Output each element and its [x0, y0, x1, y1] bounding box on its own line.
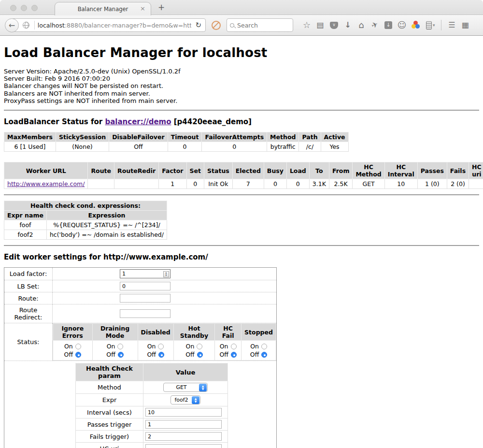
cell-load: 0 [286, 179, 309, 189]
downloads-icon[interactable]: ↓ [341, 20, 355, 30]
chevron-down-icon[interactable]: ▾ [433, 23, 435, 28]
col-path: Path [299, 132, 321, 142]
tab-title: Balancer Manager [78, 6, 128, 13]
route-redirect-label: Route Redirect: [4, 304, 53, 323]
hc-expr-select[interactable]: foof2 ▲▼ [170, 395, 200, 405]
table-row: http://www.example.com/ 1 0 Init Ok 7 0 … [4, 179, 483, 189]
cell-status: Init Ok [204, 179, 233, 189]
balancer-status-table: MaxMembers StickySession DisableFailover… [4, 132, 349, 152]
reader-grid-icon[interactable]: ▦ [459, 20, 472, 30]
tab-balancer-manager[interactable]: Balancer Manager × [55, 2, 151, 15]
col-maxmembers: MaxMembers [4, 132, 56, 142]
reload-icon[interactable]: ↻ [191, 21, 205, 29]
col-hc-fail: HC Fail [215, 324, 242, 341]
site-identity-globe-icon[interactable] [23, 22, 29, 29]
window-zoom-button[interactable] [31, 5, 38, 11]
edit-worker-heading: Edit worker settings for http://www.exam… [4, 253, 479, 261]
stepper-down-icon[interactable]: ▾ [166, 274, 167, 276]
worker-status-table: Worker URL Route RouteRedir Factor Set S… [4, 162, 483, 189]
search-input[interactable] [237, 22, 281, 29]
back-button[interactable]: ← [5, 18, 19, 32]
load-factor-input[interactable]: 1 ▴▾ [120, 269, 170, 278]
col-route: Route [88, 162, 114, 179]
hc-fail-off-radio[interactable] [231, 352, 237, 358]
new-tab-button[interactable]: + [158, 2, 165, 12]
url-text[interactable]: localhost:8880/balancer-manager?b=demo&w… [38, 22, 192, 29]
worker-url-link[interactable]: http://www.example.com/ [7, 180, 85, 188]
cell-timeout: 0 [168, 142, 202, 152]
lb-set-input[interactable] [120, 282, 170, 290]
hc-interval-input[interactable] [145, 408, 222, 417]
hc-uri-input[interactable] [145, 444, 222, 448]
menu-hamburger-icon[interactable]: ☰ [445, 20, 459, 30]
container-battery-icon[interactable] [426, 21, 432, 29]
route-input[interactable] [120, 294, 170, 303]
col-timeout: Timeout [168, 132, 202, 142]
col-to: To [309, 162, 329, 179]
disabled-off-radio[interactable] [158, 352, 164, 358]
hc-fail-on-radio[interactable] [231, 344, 237, 349]
col-disablefailover: DisableFailover [109, 132, 168, 142]
clipboard-icon[interactable]: ▤ [313, 20, 327, 30]
col-load: Load [286, 162, 309, 179]
proxypass-note-line: ProxyPass settings are NOT inherited fro… [4, 97, 479, 104]
ignore-errors-off-radio[interactable] [75, 352, 81, 358]
col-ignore-errors: Ignore Errors [53, 324, 93, 341]
col-hot-standby: Hot Standby [173, 324, 215, 341]
cell-expression: %{REQUEST_STATUS} =~ /^[234]/ [46, 220, 167, 230]
ignore-errors-on-radio[interactable] [75, 344, 81, 349]
hot-standby-radios: On Off [173, 341, 215, 361]
tab-close-icon[interactable]: × [140, 5, 145, 12]
extension-colordots-icon[interactable] [411, 21, 421, 29]
url-bar[interactable]: localhost:8880/balancer-manager?b=demo&w… [12, 18, 206, 32]
server-info: Server Version: Apache/2.5.0-dev (Unix) … [4, 68, 479, 104]
col-elected: Elected [232, 162, 264, 179]
hc-fails-input[interactable] [145, 432, 222, 441]
window-controls[interactable] [10, 5, 38, 11]
select-arrows-icon: ▲▼ [199, 384, 207, 391]
heading-prefix: LoadBalancer Status for [4, 117, 105, 126]
col-expr-name: Expr name [4, 211, 47, 220]
send-tab-icon[interactable]: ✈ [367, 18, 383, 32]
hc-expr-label: Expr [76, 394, 143, 406]
disabled-on-radio[interactable] [158, 344, 164, 349]
window-close-button[interactable] [10, 5, 16, 11]
col-hc-value: Value [143, 363, 228, 381]
divider [4, 245, 479, 246]
route-redirect-input[interactable] [120, 309, 170, 318]
cell-stickysession: (None) [56, 142, 109, 152]
pocket-icon[interactable]: ∨ [330, 22, 338, 29]
col-stopped: Stopped [242, 324, 276, 341]
page-title: Load Balancer Manager for localhost [4, 36, 479, 60]
col-stickysession: StickySession [56, 132, 109, 142]
hot-standby-off-radio[interactable] [197, 352, 203, 358]
hot-standby-on-radio[interactable] [197, 344, 202, 349]
chat-smiley-icon[interactable]: ☺ [395, 20, 409, 30]
number-stepper-icon[interactable]: ▴▾ [163, 271, 169, 277]
cell-expr-name: foof [4, 220, 47, 230]
balancer-demo-link[interactable]: balancer://demo [105, 117, 171, 126]
col-worker-url: Worker URL [4, 162, 88, 179]
cell-maxmembers: 6 [1 Used] [4, 142, 56, 152]
stopped-on-radio[interactable] [261, 344, 267, 349]
home-icon[interactable]: ⌂ [355, 20, 368, 30]
draining-mode-off-radio[interactable] [118, 352, 124, 358]
tab-bar: Balancer Manager × + [0, 0, 483, 15]
col-set: Set [186, 162, 204, 179]
form-row-route-redirect: Route Redirect: [4, 304, 277, 323]
blue-dot [415, 24, 420, 29]
stopped-off-radio[interactable] [261, 352, 267, 358]
form-row-health-check: Health Check param Value Method GET ▲▼ [4, 361, 277, 448]
adblock-disabled-icon[interactable] [212, 21, 221, 30]
health-check-expressions-table: Health check cond. expressions: Expr nam… [4, 201, 167, 240]
draining-mode-on-radio[interactable] [117, 344, 123, 349]
download-panel-icon[interactable]: ↓ [384, 21, 392, 29]
col-hc-uri: HC uri [469, 162, 483, 179]
page-content: Load Balancer Manager for localhost Serv… [0, 36, 483, 448]
search-bar[interactable] [227, 18, 293, 32]
cell-method: bytraffic [267, 142, 299, 152]
window-minimize-button[interactable] [21, 5, 27, 11]
bookmark-star-icon[interactable]: ☆ [300, 20, 313, 30]
hc-passes-input[interactable] [145, 420, 222, 429]
hc-method-select[interactable]: GET ▲▼ [163, 383, 208, 392]
